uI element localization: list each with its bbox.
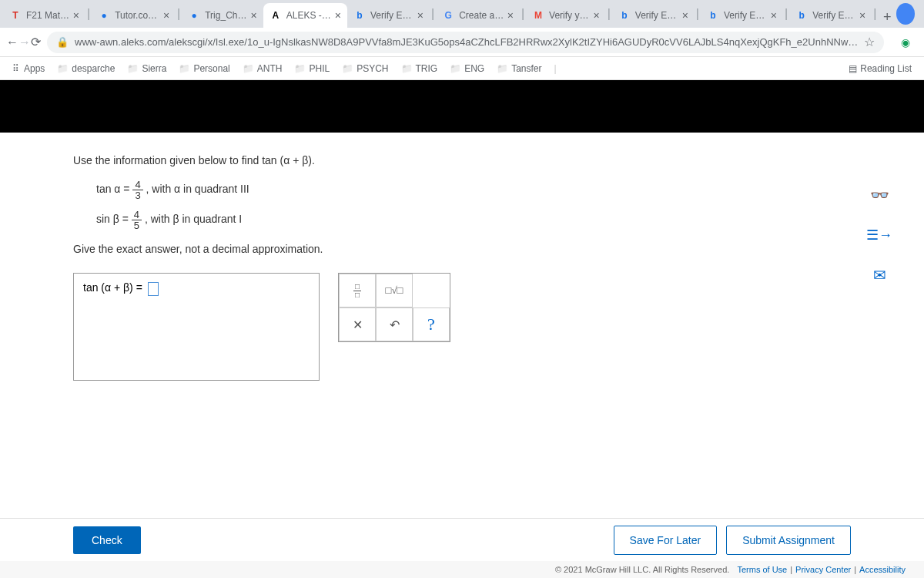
close-icon[interactable]: × xyxy=(859,9,865,22)
close-icon[interactable]: × xyxy=(771,9,777,22)
reading-list-label: Reading List xyxy=(860,63,912,74)
reading-list-button[interactable]: Reading List xyxy=(842,60,918,77)
bookmark-tansfer[interactable]: Tansfer xyxy=(490,60,547,77)
extension-icons: ◉ 🧩 xyxy=(896,32,924,53)
tab-favicon: b xyxy=(795,9,808,22)
tab-title: Verify Emai… xyxy=(370,10,414,21)
problem-intro: Use the information given below to find … xyxy=(73,151,862,170)
bookmark-personal[interactable]: Personal xyxy=(172,60,236,77)
bookmark-label: Personal xyxy=(193,63,229,74)
url-input[interactable]: 🔒 www-awn.aleks.com/alekscgi/x/Isl.exe/1… xyxy=(47,32,884,53)
tab-title: Trig_Cheat… xyxy=(205,10,247,21)
answer-label: tan (α + β) = xyxy=(83,281,142,294)
accessibility-link[interactable]: Accessibility xyxy=(859,565,906,574)
problem-content: Use the information given below to find … xyxy=(0,133,924,381)
tool-fraction[interactable]: □□ xyxy=(339,274,376,307)
bookmark-star-icon[interactable]: ☆ xyxy=(864,35,875,49)
tab-favicon: b xyxy=(618,9,631,22)
tab-title: F21 Math 2… xyxy=(26,10,70,21)
save-for-later-button[interactable]: Save For Later xyxy=(614,526,718,555)
tab-1[interactable]: ●Tutor.com L…× xyxy=(92,3,176,28)
forward-button[interactable]: → xyxy=(18,32,31,53)
close-icon[interactable]: × xyxy=(507,9,514,22)
bookmark-phil[interactable]: PHIL xyxy=(288,60,336,77)
url-text: www-awn.aleks.com/alekscgi/x/Isl.exe/1o_… xyxy=(75,36,858,48)
tab-title: ALEKS - An… xyxy=(286,10,332,21)
footer-bar: Check Save For Later Submit Assignment xyxy=(0,518,924,561)
terms-link[interactable]: Terms of Use xyxy=(737,565,787,574)
bookmark-label: desparche xyxy=(72,63,115,74)
bookmark-label: TRIG xyxy=(416,63,438,74)
tab-favicon: ● xyxy=(98,9,110,22)
tab-2[interactable]: ●Trig_Cheat…× xyxy=(182,3,263,28)
close-icon[interactable]: × xyxy=(593,9,599,22)
tab-favicon: A xyxy=(270,9,282,22)
copyright-text: © 2021 McGraw Hill LLC. All Rights Reser… xyxy=(555,565,729,574)
lock-icon: 🔒 xyxy=(56,36,69,48)
tab-3-active[interactable]: AALEKS - An…× xyxy=(263,3,347,28)
tab-5[interactable]: GCreate a Gr…× xyxy=(436,3,520,28)
close-icon[interactable]: × xyxy=(251,9,257,22)
glasses-icon[interactable]: 👓 xyxy=(865,181,893,209)
bookmark-label: ANTH xyxy=(257,63,283,74)
tool-undo[interactable]: ↶ xyxy=(376,307,413,341)
tab-0[interactable]: TF21 Math 2…× xyxy=(3,3,85,28)
new-tab-button[interactable]: + xyxy=(878,6,896,28)
address-bar: ← → ⟳ 🔒 www-awn.aleks.com/alekscgi/x/Isl… xyxy=(0,28,924,57)
tab-8[interactable]: bVerify Emai…× xyxy=(701,3,783,28)
extensions-puzzle-icon[interactable]: 🧩 xyxy=(921,33,924,52)
close-icon[interactable]: × xyxy=(73,9,79,22)
bookmark-label: Tansfer xyxy=(511,63,541,74)
tab-9[interactable]: bVerify Emai…× xyxy=(789,3,872,28)
bookmark-eng[interactable]: ENG xyxy=(444,60,490,77)
apps-button[interactable]: ⠿Apps xyxy=(6,60,51,77)
bookmark-sierra[interactable]: Sierra xyxy=(121,60,172,77)
bookmarks-bar: ⠿Apps desparche Sierra Personal ANTH PHI… xyxy=(0,57,924,80)
tab-favicon: b xyxy=(353,9,366,22)
extension-icon-1[interactable]: ◉ xyxy=(896,33,915,52)
apps-grid-icon: ⠿ xyxy=(12,63,19,74)
close-icon[interactable]: × xyxy=(417,9,424,22)
tab-4[interactable]: bVerify Emai…× xyxy=(347,3,430,28)
tab-favicon: b xyxy=(707,9,719,22)
mail-icon[interactable]: ✉ xyxy=(865,261,893,289)
right-toolbar: 👓 ☰→ ✉ xyxy=(865,181,893,289)
reload-button[interactable]: ⟳ xyxy=(31,32,41,53)
checklist-icon[interactable]: ☰→ xyxy=(865,221,893,249)
tool-help[interactable]: ? xyxy=(413,307,450,341)
tab-6[interactable]: MVerify your…× xyxy=(526,3,606,28)
privacy-link[interactable]: Privacy Center xyxy=(795,565,851,574)
check-button[interactable]: Check xyxy=(73,526,141,554)
submit-assignment-button[interactable]: Submit Assignment xyxy=(726,526,851,555)
browser-tab-strip: TF21 Math 2…× | ●Tutor.com L…× | ●Trig_C… xyxy=(0,0,924,28)
bookmark-trig[interactable]: TRIG xyxy=(395,60,444,77)
tool-empty xyxy=(413,274,450,307)
bookmark-desparche[interactable]: desparche xyxy=(51,60,121,77)
back-button[interactable]: ← xyxy=(6,32,18,53)
tool-sqrt[interactable]: □√□ xyxy=(376,274,413,307)
tool-clear[interactable]: ✕ xyxy=(339,307,376,341)
close-icon[interactable]: × xyxy=(163,9,169,22)
tab-7[interactable]: bVerify Emai…× xyxy=(612,3,695,28)
problem-line-2: sin β = 45 , with β in quadrant I xyxy=(73,210,862,230)
problem-instruction: Give the exact answer, not a decimal app… xyxy=(73,240,862,259)
aleks-header xyxy=(0,80,924,133)
bookmark-psych[interactable]: PSYCH xyxy=(336,60,394,77)
bookmark-anth[interactable]: ANTH xyxy=(236,60,289,77)
tab-title: Verify Emai… xyxy=(812,10,856,21)
tab-title: Verify your… xyxy=(549,10,590,21)
problem-line-1: tan α = 43 , with α in quadrant III xyxy=(73,180,862,200)
tab-favicon: G xyxy=(442,9,454,22)
tab-title: Create a Gr… xyxy=(459,10,504,21)
profile-badge[interactable] xyxy=(896,3,915,25)
bookmark-label: PSYCH xyxy=(357,63,388,74)
copyright-bar: © 2021 McGraw Hill LLC. All Rights Reser… xyxy=(0,561,924,578)
close-icon[interactable]: × xyxy=(335,9,341,22)
answer-input[interactable] xyxy=(148,282,159,296)
math-tool-palette: □□ □√□ ✕ ↶ ? xyxy=(338,273,450,342)
bookmark-label: ENG xyxy=(464,63,484,74)
close-icon[interactable]: × xyxy=(682,9,688,22)
bookmark-label: Sierra xyxy=(142,63,166,74)
answer-box[interactable]: tan (α + β) = xyxy=(73,273,320,381)
tab-favicon: ● xyxy=(188,9,200,22)
